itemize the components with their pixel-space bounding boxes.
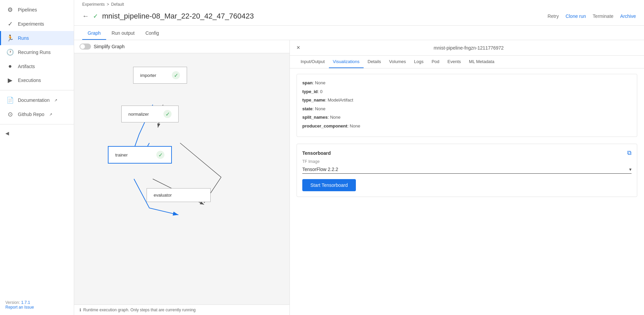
run-title: mnist_pipeline-08_Mar_22-20_42_47_760423 <box>102 12 254 21</box>
panel-close-button[interactable]: × <box>297 44 300 51</box>
node-importer[interactable]: importer ✓ <box>133 67 187 84</box>
artifacts-icon: ● <box>6 63 14 70</box>
sidebar-item-runs[interactable]: 🏃 Runs <box>0 31 74 45</box>
sidebar-collapse-button[interactable]: ◀ <box>0 127 74 139</box>
trainer-check: ✓ <box>156 151 164 159</box>
graph-panel: Simplify Graph <box>74 40 290 315</box>
panel-tab-volumes[interactable]: Volumes <box>385 56 410 68</box>
retry-button[interactable]: Retry <box>548 13 559 19</box>
sidebar-item-experiments[interactable]: ✓ Experiments <box>0 17 74 31</box>
info-row-split-names: split_names: None <box>302 114 632 121</box>
state-val: None <box>315 106 326 111</box>
graph-controls: Simplify Graph <box>74 40 289 53</box>
type-id-key: type_id <box>302 89 318 94</box>
normalizer-check: ✓ <box>163 110 172 118</box>
node-normalizer[interactable]: normalizer ✓ <box>121 106 179 122</box>
terminate-button[interactable]: Terminate <box>593 13 613 19</box>
panel-tab-events[interactable]: Events <box>443 56 465 68</box>
info-row-producer-component: producer_component: None <box>302 123 632 130</box>
runs-icon: 🏃 <box>6 34 14 42</box>
producer-component-val: None <box>350 123 360 128</box>
panel-tab-logs[interactable]: Logs <box>410 56 427 68</box>
version-link[interactable]: 1.7.1 <box>21 300 30 305</box>
clone-run-button[interactable]: Clone run <box>565 13 586 19</box>
graph-area: importer ✓ normalizer ✓ trainer ✓ <box>74 53 289 305</box>
sidebar: ⚙ Pipelines ✓ Experiments 🏃 Runs 🕐 Recur… <box>0 0 74 315</box>
panel-tab-details[interactable]: Details <box>364 56 385 68</box>
archive-button[interactable]: Archive <box>620 13 636 19</box>
sidebar-item-artifacts[interactable]: ● Artifacts <box>0 59 74 73</box>
graph-footer-text: Runtime execution graph. Only steps that… <box>83 308 196 312</box>
panel-tab-input-output[interactable]: Input/Output <box>297 56 329 68</box>
sidebar-item-github[interactable]: ⊙ Github Repo ↗ <box>0 107 74 121</box>
importer-check: ✓ <box>172 71 180 79</box>
panel-tab-pod[interactable]: Pod <box>428 56 443 68</box>
producer-component-key: producer_component <box>302 123 347 128</box>
simplify-graph-toggle[interactable] <box>80 44 91 50</box>
start-tensorboard-button[interactable]: Start Tensorboard <box>302 179 356 191</box>
type-name-key: type_name <box>302 97 325 103</box>
topbar-right: Retry Clone run Terminate Archive <box>548 13 636 19</box>
info-row-state: state: None <box>302 106 632 112</box>
sidebar-divider <box>0 90 74 90</box>
back-button[interactable]: ← <box>82 12 89 20</box>
main-tabs: Graph Run output Config <box>74 27 644 40</box>
split-names-val: None <box>330 115 340 120</box>
node-trainer[interactable]: trainer ✓ <box>108 146 172 164</box>
info-row-type-name: type_name: ModelArtifact <box>302 97 632 104</box>
panel-tabs: Input/Output Visualizations Details Volu… <box>290 56 644 68</box>
tensorboard-title: Tensorboard <box>302 150 331 156</box>
sidebar-item-documentation[interactable]: 📄 Documentation ↗ <box>0 93 74 107</box>
info-row-span: span: None <box>302 80 632 86</box>
tf-version-select[interactable]: TensorFlow 2.2.2 ▾ <box>302 167 632 174</box>
sidebar-bottom: Version: 1.7.1 Report an Issue <box>0 295 74 315</box>
external-link-icon: ↗ <box>54 98 57 103</box>
tab-config[interactable]: Config <box>140 27 164 40</box>
info-card: span: None type_id: 0 type_name: ModelAr… <box>297 74 637 137</box>
node-evaluator[interactable]: evaluator <box>147 188 211 202</box>
sidebar-item-recurring-runs[interactable]: 🕐 Recurring Runs <box>0 45 74 59</box>
tensorboard-card: Tensorboard ⧉ TF Image TensorFlow 2.2.2 … <box>297 144 637 197</box>
breadcrumb-default[interactable]: Default <box>111 2 124 7</box>
main-area: Experiments > Default ← ✓ mnist_pipeline… <box>74 0 644 315</box>
evaluator-label: evaluator <box>154 193 172 198</box>
type-name-val: ModelArtifact <box>328 97 353 103</box>
pipeline-canvas: importer ✓ normalizer ✓ trainer ✓ <box>74 53 289 305</box>
pipelines-icon: ⚙ <box>6 6 14 13</box>
panel-tab-ml-metadata[interactable]: ML Metadata <box>465 56 498 68</box>
panel-tab-visualizations[interactable]: Visualizations <box>329 56 364 68</box>
tensorboard-external-link[interactable]: ⧉ <box>627 149 632 156</box>
sidebar-divider-2 <box>0 124 74 124</box>
tab-run-output[interactable]: Run output <box>106 27 140 40</box>
documentation-icon: 📄 <box>6 96 14 104</box>
breadcrumb-experiments[interactable]: Experiments <box>82 2 105 7</box>
content-area: Simplify Graph <box>74 40 644 315</box>
normalizer-label: normalizer <box>128 112 149 117</box>
trainer-label: trainer <box>115 152 128 158</box>
panel-content: span: None type_id: 0 type_name: ModelAr… <box>290 68 644 315</box>
pipeline-arrows <box>74 53 289 305</box>
span-val: None <box>315 80 326 85</box>
breadcrumb-separator: > <box>107 2 109 7</box>
info-row-type-id: type_id: 0 <box>302 88 632 95</box>
tf-version-dropdown-arrow: ▾ <box>629 167 632 172</box>
type-id-val: 0 <box>320 89 323 94</box>
panel-header: × mnist-pipeline-fngzn-1211776972 <box>290 40 644 56</box>
executions-icon: ▶ <box>6 77 14 84</box>
tensorboard-header: Tensorboard ⧉ <box>302 149 632 156</box>
sidebar-item-pipelines[interactable]: ⚙ Pipelines <box>0 3 74 17</box>
github-icon: ⊙ <box>6 111 14 118</box>
github-external-link-icon: ↗ <box>49 112 52 117</box>
simplify-graph-label: Simplify Graph <box>94 44 125 49</box>
report-issue-link[interactable]: Report an Issue <box>5 305 34 310</box>
span-key: span <box>302 80 312 85</box>
recurring-runs-icon: 🕐 <box>6 49 14 56</box>
tf-image-label: TF Image <box>302 159 632 164</box>
state-key: state <box>302 106 312 111</box>
tab-graph[interactable]: Graph <box>82 27 106 40</box>
sidebar-item-executions[interactable]: ▶ Executions <box>0 73 74 87</box>
run-status-icon: ✓ <box>93 12 98 20</box>
topbar-left: ← ✓ mnist_pipeline-08_Mar_22-20_42_47_76… <box>82 12 254 21</box>
graph-footer: ℹ Runtime execution graph. Only steps th… <box>74 305 289 315</box>
breadcrumb: Experiments > Default <box>74 0 644 7</box>
